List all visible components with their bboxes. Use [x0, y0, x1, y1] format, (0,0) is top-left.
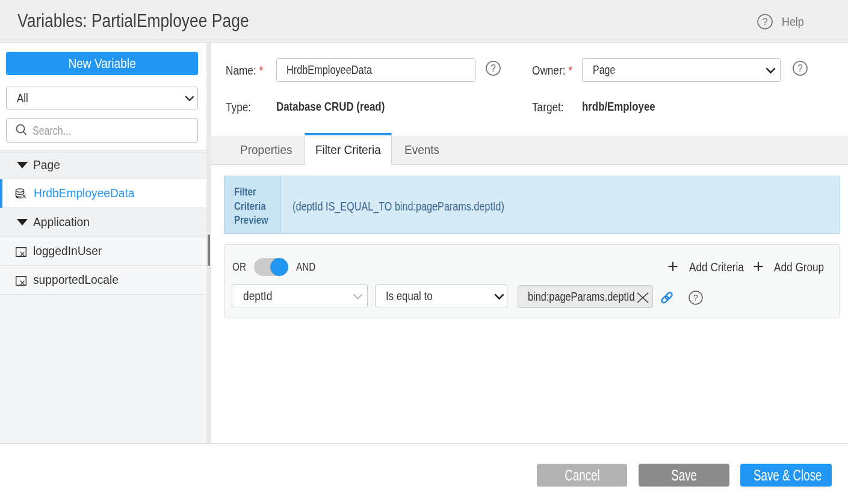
svg-text:?: ?	[693, 292, 698, 303]
svg-text:?: ?	[491, 63, 496, 73]
svg-text:?: ?	[762, 16, 767, 27]
svg-text:?: ?	[797, 63, 803, 73]
